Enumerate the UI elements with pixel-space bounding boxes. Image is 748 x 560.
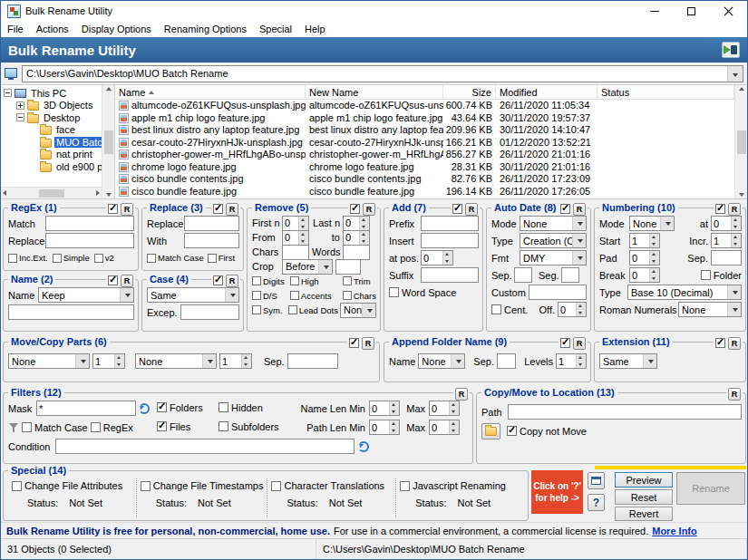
add-enable-checkbox[interactable] — [452, 204, 462, 214]
folders-checkbox[interactable]: Folders — [157, 402, 203, 413]
spinner-arrows[interactable] — [649, 268, 659, 282]
accents-checkbox[interactable]: Accents — [290, 291, 341, 301]
match-case-checkbox[interactable]: Match Case — [147, 253, 204, 263]
name-len-min-spinner[interactable] — [369, 401, 400, 416]
regex-enable-checkbox[interactable] — [108, 204, 118, 214]
word-space-checkbox[interactable]: Word Space — [389, 287, 456, 298]
minimize-button[interactable] — [636, 1, 673, 21]
close-button[interactable] — [710, 1, 747, 21]
file-row[interactable]: christopher-gower-m_HRfLhgABo-unspl...ch… — [115, 149, 734, 161]
column-header-modified[interactable]: Modified — [496, 85, 597, 99]
pad-spinner[interactable] — [629, 250, 660, 266]
numbering-separator-input[interactable] — [711, 250, 742, 266]
window-popup-button[interactable] — [588, 472, 605, 489]
context-help-button[interactable]: ? — [588, 494, 605, 511]
refresh-icon[interactable] — [358, 441, 369, 452]
file-row[interactable]: apple m1 chip logo feature.jpgapple m1 c… — [115, 112, 734, 125]
file-row[interactable]: chrome logo feature.jpgchrome logo featu… — [115, 161, 734, 174]
column-header-status[interactable]: Status — [597, 85, 734, 99]
tree-item-nat-print[interactable]: nat print — [1, 149, 102, 161]
remove-enable-checkbox[interactable] — [350, 204, 360, 214]
move-copy-reset-button[interactable]: R — [362, 337, 374, 350]
filters-reset-button[interactable]: R — [455, 388, 468, 401]
date-type-select[interactable]: Creation (Curr — [520, 233, 587, 248]
copy-not-move-checkbox[interactable]: Copy not Move — [507, 426, 587, 437]
exception-input[interactable] — [180, 304, 239, 320]
browse-folder-button[interactable] — [481, 423, 500, 439]
spinner-input[interactable] — [344, 231, 359, 245]
menu-item-actions[interactable]: Actions — [30, 21, 75, 37]
regex-match-input[interactable] — [45, 216, 134, 231]
lead-dots-mode-select[interactable]: None — [340, 303, 376, 318]
auto-date-enable-checkbox[interactable] — [560, 204, 570, 214]
tree-horizontal-scrollbar[interactable] — [1, 187, 102, 198]
lead-dots-checkbox[interactable]: Lead Dots — [288, 305, 338, 315]
spinner-arrows[interactable] — [649, 251, 659, 265]
character-translations-checkbox[interactable]: Character Translations — [271, 480, 384, 491]
case-mode-select[interactable]: Same — [147, 287, 239, 303]
spinner-arrows[interactable] — [389, 420, 399, 434]
spinner-arrows[interactable] — [298, 217, 308, 230]
spinner-input[interactable] — [630, 234, 649, 247]
expand-icon[interactable] — [16, 101, 24, 110]
spinner-input[interactable] — [422, 251, 442, 265]
tree-vertical-scrollbar[interactable] — [102, 85, 114, 198]
change-file-timestamps-checkbox[interactable]: Change File Timestamps — [141, 480, 264, 491]
high-checkbox[interactable]: High — [290, 276, 341, 286]
filter-regex-checkbox[interactable]: RegEx — [91, 422, 133, 433]
spinner-input[interactable] — [370, 420, 389, 434]
file-row[interactable]: cisco bundle feature.jpgcisco bundle fea… — [115, 186, 734, 198]
move-copy-enable-checkbox[interactable] — [349, 338, 359, 348]
at-spinner[interactable] — [711, 216, 742, 231]
replace-input[interactable] — [184, 216, 239, 231]
append-folder-mode-select[interactable]: None — [418, 353, 465, 369]
move-copy-separator-input[interactable] — [287, 353, 338, 369]
menu-item-special[interactable]: Special — [253, 21, 298, 37]
maximize-button[interactable] — [673, 1, 710, 21]
prefix-input[interactable] — [421, 216, 479, 231]
spinner-input[interactable] — [283, 217, 298, 230]
first-checkbox[interactable]: First — [208, 253, 235, 263]
spinner-input[interactable] — [557, 354, 576, 368]
scrollbar-thumb[interactable] — [39, 189, 64, 198]
date-mode-select[interactable]: None — [520, 216, 587, 231]
name-enable-checkbox[interactable] — [108, 275, 118, 285]
scrollbar-thumb[interactable] — [737, 130, 746, 154]
v2-checkbox[interactable]: v2 — [94, 253, 114, 263]
spinner-arrows[interactable] — [298, 231, 308, 245]
column-header-name[interactable]: Name — [115, 85, 306, 99]
spinner-input[interactable] — [283, 231, 298, 245]
custom-date-input[interactable] — [529, 285, 587, 300]
tree-item-this-pc[interactable]: This PC — [1, 87, 102, 100]
hidden-checkbox[interactable]: Hidden — [219, 402, 263, 413]
chars-checkbox[interactable]: Chars — [343, 291, 376, 301]
increment-spinner[interactable] — [711, 233, 742, 248]
file-row[interactable]: altumcode-oZ61KFUQsus-unsplash.jpgaltumc… — [115, 100, 734, 112]
numbering-enable-checkbox[interactable] — [715, 204, 725, 214]
offset-spinner[interactable] — [558, 302, 587, 317]
remove-reset-button[interactable]: R — [363, 203, 375, 216]
revert-button[interactable]: Revert — [615, 507, 673, 521]
file-list-vertical-scrollbar[interactable] — [734, 85, 747, 198]
last-n-spinner[interactable] — [343, 216, 370, 231]
spinner-arrows[interactable] — [731, 217, 741, 230]
tree-item-3d-objects[interactable]: 3D Objects — [1, 100, 102, 112]
tree-item-desktop[interactable]: Desktop — [1, 111, 102, 124]
scroll-up-icon[interactable] — [106, 87, 112, 91]
to-spinner[interactable] — [343, 230, 370, 246]
scroll-down-icon[interactable] — [739, 193, 744, 197]
suffix-input[interactable] — [421, 267, 479, 283]
regex-replace-input[interactable] — [45, 233, 134, 248]
subfolders-checkbox[interactable]: Subfolders — [219, 421, 279, 432]
preview-button[interactable]: Preview — [615, 472, 673, 488]
numbering-type-select[interactable]: Base 10 (Decimal) — [627, 285, 742, 300]
spinner-arrows[interactable] — [389, 401, 399, 415]
tree-item-muo-batch-rename[interactable]: MUO Batch Re — [1, 136, 102, 149]
tree-item-face[interactable]: face — [1, 124, 102, 137]
append-folder-separator-input[interactable] — [497, 353, 516, 369]
change-file-attributes-checkbox[interactable]: Change File Attributes — [12, 480, 122, 491]
date-segment-input[interactable] — [561, 267, 579, 283]
numbering-reset-button[interactable]: R — [728, 203, 741, 216]
spinner-input[interactable] — [630, 268, 649, 282]
scroll-left-icon[interactable] — [3, 190, 6, 196]
